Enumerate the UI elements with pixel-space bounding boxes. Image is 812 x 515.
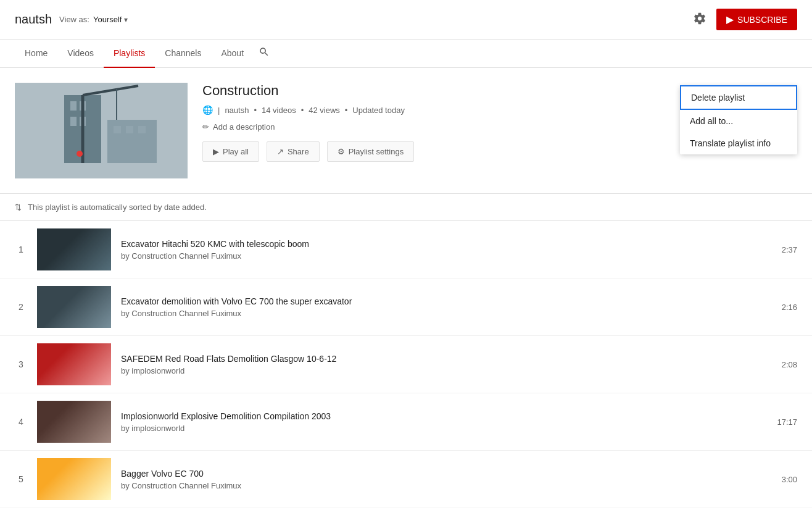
nav-item-playlists[interactable]: Playlists [104,40,155,68]
search-icon[interactable] [259,46,270,61]
video-channel: by Construction Channel Fuximux [121,309,772,318]
svg-rect-11 [126,126,133,133]
video-thumbnail [37,458,111,500]
video-thumbnail [37,401,111,443]
video-channel: by implosionworld [121,424,767,433]
construction-image [15,83,188,178]
video-details: SAFEDEM Red Road Flats Demolition Glasgo… [121,354,772,375]
sort-icon: ⇅ [15,203,22,212]
pencil-icon: ✏ [202,122,209,132]
dropdown-item-add-all[interactable]: Add all to... [680,110,797,132]
video-thumbnail [37,343,111,385]
share-icon: ↗ [277,147,284,156]
meta-updated: Updated today [352,106,405,115]
video-thumbnail [37,286,111,328]
chevron-down-icon: ▾ [124,15,128,24]
meta-divider: | [218,106,220,115]
gear-icon [693,12,706,25]
subscribe-button[interactable]: ▶ Subscribe [716,9,797,30]
video-duration: 3:00 [782,475,797,484]
video-row[interactable]: 4 Implosionworld Explosive Demolition Co… [0,393,812,451]
video-number: 5 [15,474,27,484]
video-number: 2 [15,302,27,312]
meta-bullet3: • [345,106,348,115]
video-title: Bagger Volvo EC 700 [121,469,772,479]
youtube-logo-icon: ▶ [726,14,734,25]
video-details: Excavator demolition with Volvo EC 700 t… [121,296,772,318]
nav-item-channels[interactable]: Channels [155,40,211,68]
sort-notice: ⇅ This playlist is automatically sorted … [0,194,812,221]
svg-rect-2 [70,101,77,111]
video-details: Excavator Hitachi 520 KMC with telescopi… [121,239,772,261]
share-button[interactable]: ↗ Share [267,141,320,162]
video-title: Implosionworld Explosive Demolition Comp… [121,411,767,421]
video-row[interactable]: 1 Excavator Hitachi 520 KMC with telesco… [0,221,812,278]
video-thumbnail [37,228,111,270]
video-channel: by implosionworld [121,366,772,375]
svg-rect-10 [114,126,121,133]
play-all-button[interactable]: ▶ Play all [202,141,259,162]
video-channel: by Construction Channel Fuximux [121,251,772,261]
video-title: Excavator Hitachi 520 KMC with telescopi… [121,239,772,249]
dropdown-item-delete[interactable]: Delete playlist [680,85,797,110]
globe-icon: 🌐 [202,105,213,115]
video-details: Implosionworld Explosive Demolition Comp… [121,411,767,433]
view-as-select[interactable]: Yourself ▾ [93,15,128,24]
svg-point-13 [77,151,83,157]
meta-bullet1: • [254,106,257,115]
video-number: 3 [15,359,27,369]
nav-item-home[interactable]: Home [15,40,57,68]
svg-rect-12 [138,126,146,133]
video-details: Bagger Volvo EC 700 by Construction Chan… [121,469,772,490]
video-number: 1 [15,245,27,254]
video-duration: 2:37 [782,245,797,254]
header: nautsh View as: Yourself ▾ ▶ Subscribe [0,0,812,40]
dropdown-menu: Delete playlist Add all to... Translate … [680,85,797,154]
video-number: 4 [15,417,27,427]
play-icon: ▶ [213,147,219,156]
meta-channel: nautsh [225,106,249,115]
video-row[interactable]: 2 Excavator demolition with Volvo EC 700… [0,278,812,336]
video-duration: 2:08 [782,360,797,369]
view-as-label: View as: [59,15,89,24]
nav: Home Videos Playlists Channels About [0,40,812,68]
video-channel: by Construction Channel Fuximux [121,481,772,490]
meta-views: 42 views [309,106,340,115]
playlist-section: Construction 🌐 | nautsh • 14 videos • 42… [0,68,812,194]
video-title: Excavator demolition with Volvo EC 700 t… [121,296,772,306]
video-row[interactable]: 3 SAFEDEM Red Road Flats Demolition Glas… [0,336,812,393]
nav-item-videos[interactable]: Videos [57,40,104,68]
dropdown-item-translate[interactable]: Translate playlist info [680,132,797,154]
playlist-thumbnail [15,83,188,178]
meta-video-count: 14 videos [262,106,296,115]
svg-rect-4 [70,117,77,126]
settings-button[interactable] [693,12,706,27]
video-list: 1 Excavator Hitachi 520 KMC with telesco… [0,221,812,508]
meta-bullet2: • [301,106,304,115]
playlist-settings-button[interactable]: ⚙ Playlist settings [327,141,415,162]
nav-item-about[interactable]: About [211,40,254,68]
video-row[interactable]: 5 Bagger Volvo EC 700 by Construction Ch… [0,451,812,508]
settings-icon: ⚙ [338,147,345,156]
channel-name: nautsh [15,12,52,27]
video-duration: 17:17 [777,417,797,427]
video-title: SAFEDEM Red Road Flats Demolition Glasgo… [121,354,772,364]
video-duration: 2:16 [782,303,797,312]
